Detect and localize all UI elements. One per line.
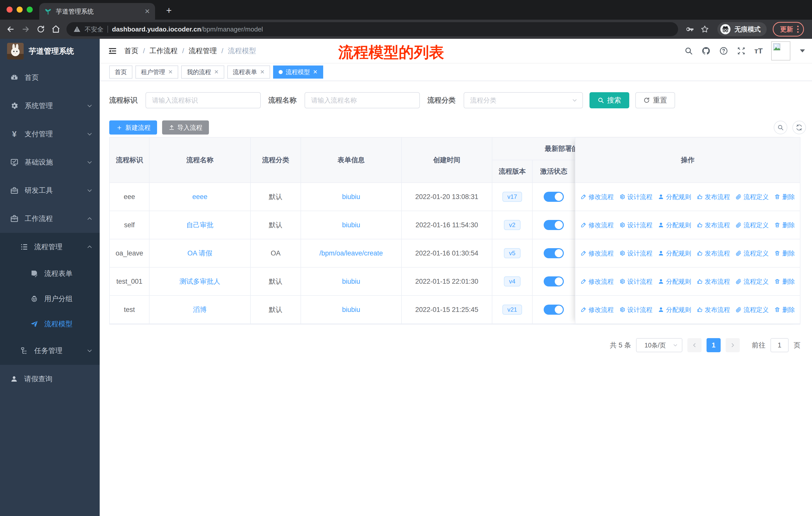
- fullscreen-icon[interactable]: [737, 46, 746, 55]
- goto-page-input[interactable]: [771, 338, 789, 352]
- process-definition-link[interactable]: 流程定义: [735, 277, 769, 286]
- version-badge[interactable]: v17: [502, 192, 522, 202]
- tab-close-icon[interactable]: ✕: [168, 69, 173, 75]
- tab-close-icon[interactable]: ✕: [313, 69, 317, 75]
- publish-process-link[interactable]: 发布流程: [697, 306, 730, 314]
- version-badge[interactable]: v5: [504, 248, 520, 258]
- delete-link[interactable]: 删除: [774, 306, 795, 314]
- delete-link[interactable]: 删除: [774, 249, 795, 257]
- home-icon[interactable]: [48, 22, 63, 37]
- form-info-link[interactable]: biubiu: [342, 193, 360, 201]
- process-name-link[interactable]: OA 请假: [187, 249, 212, 258]
- reset-button[interactable]: 重置: [635, 92, 675, 108]
- url-bar[interactable]: 不安全 dashboard.yudao.iocoder.cn/bpm/manag…: [66, 22, 678, 36]
- process-name-link[interactable]: eeee: [192, 193, 207, 201]
- close-window-button[interactable]: [6, 6, 12, 12]
- sidebar-item-workflow[interactable]: 工作流程: [0, 205, 100, 233]
- process-key-input[interactable]: [145, 92, 261, 108]
- sidebar-item-payment[interactable]: ¥ 支付管理: [0, 120, 100, 148]
- new-tab-button[interactable]: +: [166, 5, 172, 16]
- breadcrumb-home[interactable]: 首页: [124, 46, 139, 56]
- active-toggle[interactable]: [544, 305, 564, 315]
- forward-icon[interactable]: [18, 22, 33, 37]
- delete-link[interactable]: 删除: [774, 193, 795, 201]
- version-badge[interactable]: v4: [504, 276, 520, 287]
- breadcrumb-workflow[interactable]: 工作流程: [149, 46, 178, 56]
- process-definition-link[interactable]: 流程定义: [735, 221, 769, 229]
- assign-rule-link[interactable]: 分配规则: [658, 193, 691, 201]
- reload-icon[interactable]: [33, 22, 48, 37]
- create-process-button[interactable]: ＋ 新建流程: [109, 120, 157, 135]
- version-badge[interactable]: v21: [502, 305, 522, 315]
- design-process-link[interactable]: 设计流程: [619, 221, 652, 229]
- search-icon[interactable]: [685, 47, 693, 55]
- toggle-search-button[interactable]: [774, 121, 787, 134]
- sidebar-item-task-mgmt[interactable]: 任务管理: [0, 336, 100, 365]
- assign-rule-link[interactable]: 分配规则: [658, 306, 691, 314]
- sidebar-item-system[interactable]: 系统管理: [0, 92, 100, 120]
- modify-process-link[interactable]: 修改流程: [580, 221, 614, 229]
- bookmark-star-icon[interactable]: [697, 22, 712, 37]
- publish-process-link[interactable]: 发布流程: [697, 277, 730, 286]
- active-toggle[interactable]: [544, 220, 564, 230]
- tab-close-icon[interactable]: ✕: [260, 69, 265, 75]
- search-button[interactable]: 搜索: [589, 92, 629, 108]
- next-page-button[interactable]: [726, 338, 740, 352]
- refresh-table-button[interactable]: [792, 121, 806, 134]
- browser-tab[interactable]: 芋道管理系统 ✕: [39, 3, 155, 20]
- import-process-button[interactable]: 导入流程: [162, 120, 209, 135]
- modify-process-link[interactable]: 修改流程: [580, 193, 614, 201]
- assign-rule-link[interactable]: 分配规则: [658, 249, 691, 257]
- process-name-input[interactable]: [304, 92, 420, 108]
- active-toggle[interactable]: [544, 248, 564, 258]
- sidebar-item-devtools[interactable]: 研发工具: [0, 176, 100, 205]
- modify-process-link[interactable]: 修改流程: [580, 277, 614, 286]
- publish-process-link[interactable]: 发布流程: [697, 249, 730, 257]
- security-warning-icon[interactable]: [74, 26, 81, 33]
- sidebar-item-home[interactable]: 首页: [0, 63, 100, 92]
- window-controls[interactable]: [6, 6, 33, 12]
- publish-process-link[interactable]: 发布流程: [697, 221, 730, 229]
- design-process-link[interactable]: 设计流程: [619, 306, 652, 314]
- publish-process-link[interactable]: 发布流程: [697, 193, 730, 201]
- process-definition-link[interactable]: 流程定义: [735, 249, 769, 257]
- minimize-window-button[interactable]: [17, 6, 23, 12]
- delete-link[interactable]: 删除: [774, 221, 795, 229]
- tab-my-process[interactable]: 我的流程 ✕: [181, 65, 224, 79]
- sidebar-item-process-mgmt[interactable]: 流程管理: [0, 233, 100, 261]
- sidebar-item-process-form[interactable]: 流程表单: [0, 261, 100, 286]
- update-button[interactable]: 更新: [773, 22, 804, 36]
- tab-home[interactable]: 首页: [109, 65, 133, 79]
- key-icon[interactable]: [682, 22, 697, 37]
- process-definition-link[interactable]: 流程定义: [735, 306, 769, 314]
- process-name-link[interactable]: 测试多审批人: [179, 277, 220, 286]
- tab-process-form[interactable]: 流程表单 ✕: [227, 65, 270, 79]
- delete-link[interactable]: 删除: [774, 277, 795, 286]
- form-info-link[interactable]: /bpm/oa/leave/create: [319, 249, 383, 257]
- zoom-window-button[interactable]: [27, 6, 33, 12]
- avatar[interactable]: [771, 41, 790, 60]
- tab-close-icon[interactable]: ✕: [214, 69, 219, 75]
- caret-down-icon[interactable]: [800, 49, 805, 52]
- tab-tenant[interactable]: 租户管理 ✕: [136, 65, 178, 79]
- modify-process-link[interactable]: 修改流程: [580, 249, 614, 257]
- form-info-link[interactable]: biubiu: [342, 221, 360, 229]
- design-process-link[interactable]: 设计流程: [619, 249, 652, 257]
- modify-process-link[interactable]: 修改流程: [580, 306, 614, 314]
- back-icon[interactable]: [3, 22, 18, 37]
- category-select[interactable]: 流程分类: [464, 92, 583, 108]
- form-info-link[interactable]: biubiu: [342, 278, 360, 286]
- design-process-link[interactable]: 设计流程: [619, 193, 652, 201]
- sidebar-item-infra[interactable]: 基础设施: [0, 148, 100, 176]
- process-name-link[interactable]: 滔博: [193, 305, 207, 314]
- browser-menu-icon[interactable]: [797, 26, 799, 33]
- design-process-link[interactable]: 设计流程: [619, 277, 652, 286]
- assign-rule-link[interactable]: 分配规则: [658, 277, 691, 286]
- tab-process-model[interactable]: 流程模型 ✕: [273, 65, 323, 79]
- font-size-icon[interactable]: ᴛT: [754, 47, 763, 55]
- sidebar-item-leave-query[interactable]: 请假查询: [0, 365, 100, 393]
- breadcrumb-process-mgmt[interactable]: 流程管理: [189, 46, 217, 56]
- security-label[interactable]: 不安全: [85, 25, 104, 33]
- sidebar-logo-row[interactable]: 芋道管理系统: [0, 39, 100, 63]
- page-size-select[interactable]: 10条/页: [636, 338, 683, 352]
